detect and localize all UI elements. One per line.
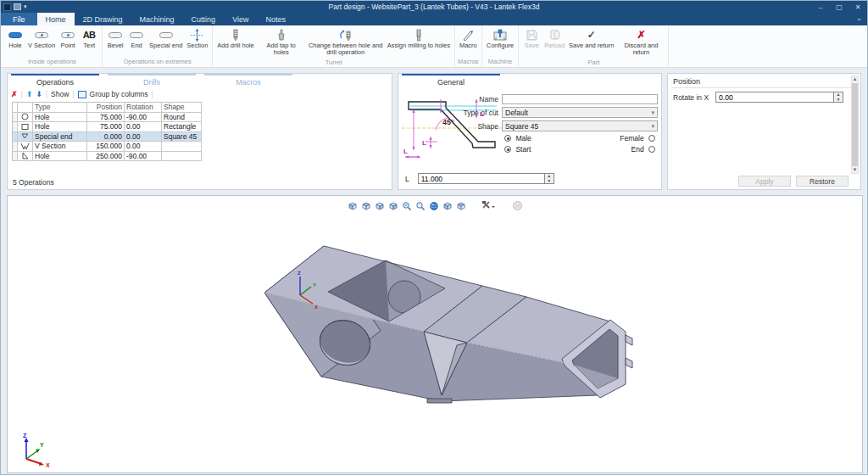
tab-drills[interactable]: Drills: [108, 74, 196, 88]
orbit-icon[interactable]: [429, 201, 439, 211]
show-button[interactable]: Show: [51, 90, 69, 98]
ribbon: Hole V Section Point AB Text Inside oper…: [1, 25, 867, 68]
close-button[interactable]: ✕: [849, 1, 867, 13]
table-row[interactable]: Hole 75.000 0.00 Rectangle: [13, 122, 202, 132]
zoom-in-icon[interactable]: [402, 201, 412, 211]
iso-view-1-icon[interactable]: [348, 201, 358, 211]
start-label: Start: [515, 145, 531, 154]
cell-position: 0.000: [87, 132, 125, 142]
iso-view-6-icon[interactable]: [456, 201, 466, 211]
maximize-button[interactable]: ▢: [830, 1, 849, 13]
operations-table: Type Position Rotation Shape Hole 75.000…: [12, 102, 202, 161]
button-label: Macro: [459, 42, 477, 49]
section-button[interactable]: Section: [185, 27, 209, 50]
tools-dropdown[interactable]: [481, 200, 497, 211]
quick-access-caret-icon[interactable]: ▾: [24, 3, 27, 10]
configure-button[interactable]: Configure: [485, 27, 516, 50]
iso-view-5-icon[interactable]: [442, 201, 453, 211]
tab-machining[interactable]: Machining: [131, 13, 183, 25]
group-icon[interactable]: [78, 91, 86, 98]
point-button[interactable]: Point: [58, 27, 78, 50]
quick-access-icon[interactable]: [14, 3, 21, 10]
l-spinner[interactable]: ▲▼: [545, 173, 554, 184]
position-scrollbar[interactable]: ▲▼: [851, 75, 859, 174]
name-input[interactable]: [502, 94, 658, 104]
tab-notes[interactable]: Notes: [257, 13, 294, 25]
zoom-window-icon[interactable]: [415, 201, 426, 211]
tab-macros[interactable]: Macros: [204, 74, 292, 88]
hole-button[interactable]: Hole: [5, 27, 25, 50]
button-label: Save: [525, 42, 539, 49]
tab-file[interactable]: File: [1, 13, 37, 25]
l-input[interactable]: [418, 173, 545, 184]
add-tap-button[interactable]: Add tap to holes: [257, 27, 306, 58]
table-row[interactable]: Hole 75.000 -90.00 Round: [13, 113, 202, 123]
special-end-button[interactable]: Special end: [147, 27, 184, 50]
female-radio[interactable]: Female: [620, 134, 658, 142]
rotate-in-x-input[interactable]: [715, 92, 834, 103]
tab-operations[interactable]: Operations: [11, 74, 99, 88]
bevel-button[interactable]: Bevel: [105, 27, 125, 50]
minimize-button[interactable]: –: [811, 1, 830, 13]
cell-rotation: 0.00: [125, 142, 162, 152]
female-label: Female: [620, 134, 643, 142]
hole-icon: [8, 28, 22, 42]
svg-text:L: L: [422, 139, 426, 147]
column-type[interactable]: Type: [33, 103, 87, 113]
l-field-row: L ▲▼: [405, 173, 554, 184]
assign-milling-button[interactable]: Assign milling to holes: [386, 27, 452, 50]
iso-view-4-icon[interactable]: [388, 201, 398, 211]
operations-panel: Operations Drills Macros ✗ | ⬆ ⬇ | Show …: [7, 73, 392, 190]
column-position[interactable]: Position: [87, 103, 125, 113]
tab-general[interactable]: General: [402, 74, 500, 88]
button-label: Discard and return: [618, 42, 664, 57]
iso-view-2-icon[interactable]: [361, 201, 371, 211]
text-button[interactable]: AB Text: [79, 27, 99, 50]
table-row[interactable]: V Section 150.000 0.00: [13, 142, 202, 152]
column-rotation[interactable]: Rotation: [125, 103, 162, 113]
table-row-selected[interactable]: Special end 0.000 0.00 Square 45: [13, 132, 202, 142]
button-label: Hole: [8, 42, 21, 49]
move-down-icon[interactable]: ⬇: [36, 90, 42, 98]
male-radio[interactable]: Male: [502, 134, 531, 142]
iso-view-3-icon[interactable]: [375, 201, 385, 211]
point-icon: [61, 28, 75, 42]
corner-hole-icon: [18, 152, 33, 162]
machine-icon: [493, 28, 507, 42]
tab-view[interactable]: View: [224, 13, 257, 25]
save-and-return-button[interactable]: ✓ Save and return: [567, 27, 615, 50]
cell-position: 75.000: [87, 122, 125, 132]
change-hole-drill-button[interactable]: Change between hole and drill operation: [307, 27, 385, 58]
tab-cutting[interactable]: Cutting: [183, 13, 225, 25]
collapse-ribbon-icon[interactable]: ⌄: [856, 14, 862, 22]
button-label: Change between hole and drill operation: [309, 42, 383, 57]
tab-home[interactable]: Home: [37, 13, 75, 25]
delete-operation-icon[interactable]: ✗: [11, 90, 18, 98]
discard-and-return-button[interactable]: ✗ Discard and return: [616, 27, 665, 58]
app-icon[interactable]: [3, 3, 11, 11]
shape-select[interactable]: Square 45 ▾: [502, 120, 658, 131]
add-drill-hole-button[interactable]: Add drill hole: [215, 27, 255, 50]
macro-button[interactable]: Macro: [458, 27, 479, 50]
v-section-button[interactable]: V Section: [26, 27, 57, 50]
end-label: End: [632, 145, 644, 154]
operations-count: 5 Operations: [13, 178, 54, 187]
move-up-icon[interactable]: ⬆: [26, 90, 33, 98]
type-of-cut-value: Default: [505, 109, 528, 117]
end-button[interactable]: End: [126, 27, 147, 50]
restore-button[interactable]: Restore: [796, 176, 849, 187]
3d-viewport[interactable]: Z Y X Z Y X: [7, 195, 863, 473]
milling-icon: [415, 28, 423, 42]
3d-part-model[interactable]: Z Y X: [253, 239, 643, 451]
rotate-spinner[interactable]: ▲▼: [834, 92, 843, 103]
end-radio[interactable]: End: [632, 145, 659, 154]
button-label: Configure: [487, 42, 515, 49]
type-of-cut-select[interactable]: Default ▾: [502, 107, 658, 118]
male-label: Male: [515, 134, 531, 142]
start-radio[interactable]: Start: [502, 145, 531, 154]
group-by-columns-button[interactable]: Group by columns: [90, 90, 148, 98]
window-title: Part design - WebsitePart_3 (Lantek Tube…: [1, 3, 867, 11]
column-shape[interactable]: Shape: [162, 103, 202, 113]
tab-2d-drawing[interactable]: 2D Drawing: [75, 13, 131, 25]
table-row[interactable]: Hole 250.000 -90.00: [13, 152, 202, 162]
